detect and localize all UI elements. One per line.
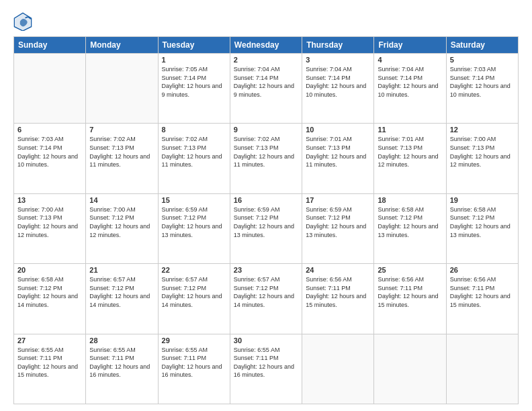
day-cell: 7Sunrise: 7:02 AM Sunset: 7:13 PM Daylig… (86, 124, 158, 193)
day-number: 28 (89, 336, 154, 345)
day-cell: 13Sunrise: 7:00 AM Sunset: 7:13 PM Dayli… (14, 193, 86, 263)
day-number: 27 (17, 336, 82, 345)
day-info: Sunrise: 7:00 AM Sunset: 7:13 PM Dayligh… (17, 205, 82, 239)
day-cell: 29Sunrise: 6:55 AM Sunset: 7:11 PM Dayli… (158, 334, 230, 404)
weekday-tuesday: Tuesday (158, 37, 230, 54)
day-number: 11 (378, 126, 442, 134)
day-cell: 17Sunrise: 6:59 AM Sunset: 7:12 PM Dayli… (302, 193, 374, 263)
day-info: Sunrise: 7:05 AM Sunset: 7:14 PM Dayligh… (162, 65, 226, 99)
week-row-3: 13Sunrise: 7:00 AM Sunset: 7:13 PM Dayli… (14, 193, 519, 263)
day-info: Sunrise: 7:01 AM Sunset: 7:13 PM Dayligh… (306, 135, 370, 169)
week-row-1: 1Sunrise: 7:05 AM Sunset: 7:14 PM Daylig… (14, 54, 519, 124)
day-cell: 3Sunrise: 7:04 AM Sunset: 7:14 PM Daylig… (302, 54, 374, 124)
day-cell: 18Sunrise: 6:58 AM Sunset: 7:12 PM Dayli… (374, 193, 446, 263)
day-cell: 4Sunrise: 7:04 AM Sunset: 7:14 PM Daylig… (374, 54, 446, 124)
day-info: Sunrise: 6:55 AM Sunset: 7:11 PM Dayligh… (17, 346, 82, 379)
day-number: 8 (162, 126, 226, 134)
day-number: 23 (234, 266, 298, 274)
day-cell: 24Sunrise: 6:56 AM Sunset: 7:11 PM Dayli… (302, 264, 374, 334)
day-number: 26 (450, 266, 515, 274)
day-number: 3 (306, 56, 370, 64)
week-row-5: 27Sunrise: 6:55 AM Sunset: 7:11 PM Dayli… (14, 334, 519, 404)
week-row-4: 20Sunrise: 6:58 AM Sunset: 7:12 PM Dayli… (14, 264, 519, 334)
day-info: Sunrise: 6:55 AM Sunset: 7:11 PM Dayligh… (162, 346, 226, 379)
day-cell: 5Sunrise: 7:03 AM Sunset: 7:14 PM Daylig… (446, 54, 518, 124)
day-info: Sunrise: 6:56 AM Sunset: 7:11 PM Dayligh… (306, 275, 370, 309)
day-number: 24 (306, 266, 370, 274)
day-cell: 6Sunrise: 7:03 AM Sunset: 7:14 PM Daylig… (14, 124, 86, 193)
day-number: 12 (450, 126, 515, 134)
day-number: 20 (17, 266, 82, 274)
weekday-header-row: SundayMondayTuesdayWednesdayThursdayFrid… (14, 37, 519, 54)
day-number: 21 (89, 266, 154, 274)
day-info: Sunrise: 7:04 AM Sunset: 7:14 PM Dayligh… (234, 65, 298, 99)
day-cell: 30Sunrise: 6:55 AM Sunset: 7:11 PM Dayli… (230, 334, 302, 404)
day-number: 30 (234, 336, 298, 345)
day-cell: 27Sunrise: 6:55 AM Sunset: 7:11 PM Dayli… (14, 334, 86, 404)
day-info: Sunrise: 7:02 AM Sunset: 7:13 PM Dayligh… (162, 135, 226, 169)
day-cell: 26Sunrise: 6:56 AM Sunset: 7:11 PM Dayli… (446, 264, 518, 334)
day-cell: 1Sunrise: 7:05 AM Sunset: 7:14 PM Daylig… (158, 54, 230, 124)
day-number: 4 (378, 56, 442, 64)
week-row-2: 6Sunrise: 7:03 AM Sunset: 7:14 PM Daylig… (14, 124, 519, 193)
day-number: 14 (89, 196, 154, 204)
header (13, 12, 519, 31)
day-number: 9 (234, 126, 298, 134)
day-number: 7 (89, 126, 154, 134)
weekday-wednesday: Wednesday (230, 37, 302, 54)
day-info: Sunrise: 7:01 AM Sunset: 7:13 PM Dayligh… (378, 135, 442, 169)
day-number: 5 (450, 56, 515, 64)
day-number: 29 (162, 336, 226, 345)
day-cell (14, 54, 86, 124)
day-cell: 9Sunrise: 7:02 AM Sunset: 7:13 PM Daylig… (230, 124, 302, 193)
day-info: Sunrise: 6:58 AM Sunset: 7:12 PM Dayligh… (378, 205, 442, 239)
weekday-thursday: Thursday (302, 37, 374, 54)
weekday-monday: Monday (86, 37, 158, 54)
weekday-saturday: Saturday (446, 37, 518, 54)
day-info: Sunrise: 7:03 AM Sunset: 7:14 PM Dayligh… (17, 135, 82, 169)
day-number: 10 (306, 126, 370, 134)
day-cell: 15Sunrise: 6:59 AM Sunset: 7:12 PM Dayli… (158, 193, 230, 263)
day-info: Sunrise: 6:55 AM Sunset: 7:11 PM Dayligh… (89, 346, 154, 379)
day-number: 25 (378, 266, 442, 274)
day-cell (446, 334, 518, 404)
day-info: Sunrise: 6:58 AM Sunset: 7:12 PM Dayligh… (450, 205, 515, 239)
day-info: Sunrise: 6:56 AM Sunset: 7:11 PM Dayligh… (450, 275, 515, 309)
logo-icon (13, 12, 32, 31)
day-info: Sunrise: 6:57 AM Sunset: 7:12 PM Dayligh… (162, 275, 226, 309)
day-number: 17 (306, 196, 370, 204)
day-number: 13 (17, 196, 82, 204)
weekday-sunday: Sunday (14, 37, 86, 54)
day-info: Sunrise: 6:59 AM Sunset: 7:12 PM Dayligh… (234, 205, 298, 239)
day-info: Sunrise: 6:55 AM Sunset: 7:11 PM Dayligh… (234, 346, 298, 379)
calendar-page: SundayMondayTuesdayWednesdayThursdayFrid… (0, 0, 532, 411)
day-cell: 23Sunrise: 6:57 AM Sunset: 7:12 PM Dayli… (230, 264, 302, 334)
day-number: 6 (17, 126, 82, 134)
day-cell: 22Sunrise: 6:57 AM Sunset: 7:12 PM Dayli… (158, 264, 230, 334)
day-info: Sunrise: 6:56 AM Sunset: 7:11 PM Dayligh… (378, 275, 442, 309)
day-cell: 19Sunrise: 6:58 AM Sunset: 7:12 PM Dayli… (446, 193, 518, 263)
day-number: 2 (234, 56, 298, 64)
day-info: Sunrise: 6:58 AM Sunset: 7:12 PM Dayligh… (17, 275, 82, 309)
day-cell: 25Sunrise: 6:56 AM Sunset: 7:11 PM Dayli… (374, 264, 446, 334)
day-cell: 12Sunrise: 7:00 AM Sunset: 7:13 PM Dayli… (446, 124, 518, 193)
day-number: 19 (450, 196, 515, 204)
day-number: 18 (378, 196, 442, 204)
day-info: Sunrise: 7:04 AM Sunset: 7:14 PM Dayligh… (306, 65, 370, 99)
day-cell: 8Sunrise: 7:02 AM Sunset: 7:13 PM Daylig… (158, 124, 230, 193)
calendar-table: SundayMondayTuesdayWednesdayThursdayFrid… (13, 36, 519, 404)
day-info: Sunrise: 7:04 AM Sunset: 7:14 PM Dayligh… (378, 65, 442, 99)
day-info: Sunrise: 6:57 AM Sunset: 7:12 PM Dayligh… (89, 275, 154, 309)
day-info: Sunrise: 7:03 AM Sunset: 7:14 PM Dayligh… (450, 65, 515, 99)
day-cell (374, 334, 446, 404)
day-info: Sunrise: 7:00 AM Sunset: 7:13 PM Dayligh… (450, 135, 515, 169)
day-info: Sunrise: 6:59 AM Sunset: 7:12 PM Dayligh… (162, 205, 226, 239)
logo (13, 12, 35, 31)
day-info: Sunrise: 6:59 AM Sunset: 7:12 PM Dayligh… (306, 205, 370, 239)
weekday-friday: Friday (374, 37, 446, 54)
day-number: 15 (162, 196, 226, 204)
day-cell (86, 54, 158, 124)
day-info: Sunrise: 7:02 AM Sunset: 7:13 PM Dayligh… (89, 135, 154, 169)
day-info: Sunrise: 7:00 AM Sunset: 7:12 PM Dayligh… (89, 205, 154, 239)
day-number: 1 (162, 56, 226, 64)
